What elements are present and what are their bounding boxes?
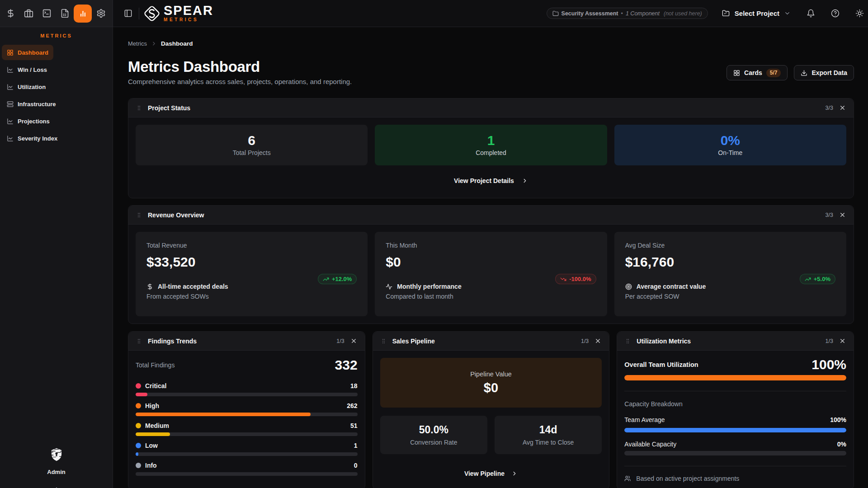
layout-dashboard-icon [7,49,14,56]
breadcrumb-root[interactable]: Metrics [128,40,147,47]
drag-grip-icon[interactable] [136,212,142,218]
sidebar-item-utilization[interactable]: Utilization [2,79,51,94]
notifications-bell-icon[interactable] [802,5,819,22]
severity-name: Low [145,442,158,449]
shield-avatar-icon [50,447,63,462]
severity-bar-track [136,393,358,396]
revenue-overview-body: Total Revenue $33,520 +12.0% All-time ac… [128,225,854,324]
breadcrumb-current: Dashboard [161,40,193,47]
help-icon[interactable] [827,5,843,22]
severity-bar-track [136,432,358,436]
metric-label: This Month [386,242,596,249]
drag-grip-icon[interactable] [136,105,142,111]
topbar: SPEAR METRICS Security Assessment • 1 Co… [0,0,868,27]
export-button-label: Export Data [811,69,847,76]
delta-badge-up: +12.0% [318,274,357,284]
section-title: Utilization Metrics [637,338,691,345]
metric-value: $33,520 [146,254,357,270]
severity-bar-fill [136,393,147,396]
metric-value: $16,760 [625,254,835,270]
severity-bar-track [136,472,358,476]
findings-trends-body: Total Findings 332 Critical 18 [128,351,365,488]
sidebar-nav: Dashboard Win / Loss Utilization Infrast… [0,45,113,148]
context-name: Security Assessment [561,10,618,17]
stat-label: Conversion Rate [410,439,457,446]
trending-up-icon [805,276,811,282]
findings-trends-header: Findings Trends 1/3 [128,332,365,351]
briefcase-app-icon[interactable] [19,5,38,23]
pipeline-value-card: Pipeline Value $0 [380,358,602,408]
close-icon[interactable] [839,211,846,218]
section-count: 1/3 [581,338,589,344]
metric-footnote: Monthly performance [397,283,461,290]
topbar-divider [139,8,139,19]
terminal-app-icon[interactable] [38,5,56,23]
cards-button[interactable]: Cards 5/7 [726,65,788,80]
total-findings-label: Total Findings [136,361,175,369]
sidebar-item-severity-index[interactable]: Severity Index [2,131,62,146]
section-count: 3/3 [826,105,833,111]
severity-name: High [145,402,159,409]
settings-app-icon[interactable] [92,5,110,23]
severity-name: Info [145,462,157,469]
folder-icon [722,9,730,17]
folder-icon [552,10,559,17]
context-separator: • [621,10,623,17]
severity-count: 18 [350,382,358,389]
stat-label: On-Time [718,149,742,156]
export-data-button[interactable]: Export Data [794,65,854,80]
close-icon[interactable] [350,338,357,344]
drag-grip-icon[interactable] [381,338,387,344]
severity-bar-track [136,452,358,456]
breadcrumb: Metrics Dashboard [128,40,854,47]
severity-row-high: High 262 [136,401,358,416]
project-select[interactable]: Select Project [722,9,791,17]
view-project-details-link[interactable]: View Project Details [136,171,846,191]
chevron-right-icon [151,41,157,47]
sidebar-item-projections[interactable]: Projections [2,113,55,129]
dollar-app-icon[interactable] [1,5,19,23]
severity-row-info: Info 0 [136,461,358,476]
stat-value: 1 [487,134,495,147]
page-head: Metrics Dashboard Metrics Dashboard Comp… [128,40,854,85]
view-link-label: View Pipeline [464,470,505,477]
download-icon [801,70,807,76]
section-count: 1/3 [336,338,344,344]
logo-subtitle: METRICS [164,17,213,22]
severity-bar-fill [136,413,311,416]
users-icon [624,475,632,482]
on-time-card: 0% On-Time [614,125,846,165]
metric-footnote: Average contract value [637,283,706,290]
total-revenue-card: Total Revenue $33,520 +12.0% All-time ac… [136,232,368,316]
revenue-overview-header: Revenue Overview 3/3 [128,206,854,225]
overall-utilization-label: Overall Team Utilization [624,361,698,368]
file-report-app-icon[interactable] [56,5,74,23]
drag-grip-icon[interactable] [625,338,631,344]
severity-dot [136,423,141,428]
context-component: 1 Component [626,10,660,17]
close-icon[interactable] [839,104,846,111]
close-icon[interactable] [594,338,601,344]
stat-value: 6 [248,134,255,147]
panel-toggle-icon[interactable] [119,5,137,23]
sidebar-item-win-loss[interactable]: Win / Loss [2,62,52,77]
sidebar-user[interactable]: Admin [0,447,113,488]
sidebar-item-dashboard[interactable]: Dashboard [2,45,53,60]
context-pill[interactable]: Security Assessment • 1 Component (not u… [547,8,708,19]
drag-grip-icon[interactable] [136,338,142,344]
sidebar-item-infrastructure[interactable]: Infrastructure [2,96,61,112]
bar-chart-app-icon-active[interactable] [74,5,92,23]
main-content: Metrics Dashboard Metrics Dashboard Comp… [113,27,868,488]
stat-value: 0% [721,134,740,147]
close-icon[interactable] [839,338,846,344]
chevron-up-icon[interactable] [53,485,60,488]
divider [624,391,846,391]
view-pipeline-link[interactable]: View Pipeline [380,465,602,482]
cards-button-label: Cards [744,69,762,76]
metric-subnote: From accepted SOWs [146,293,357,300]
severity-row-critical: Critical 18 [136,381,358,396]
total-findings-value: 332 [335,357,358,373]
stat-value: 50.0% [419,424,448,436]
theme-sun-icon[interactable] [851,5,868,22]
project-status-body: 6 Total Projects 1 Completed 0% On-Time … [128,117,854,198]
